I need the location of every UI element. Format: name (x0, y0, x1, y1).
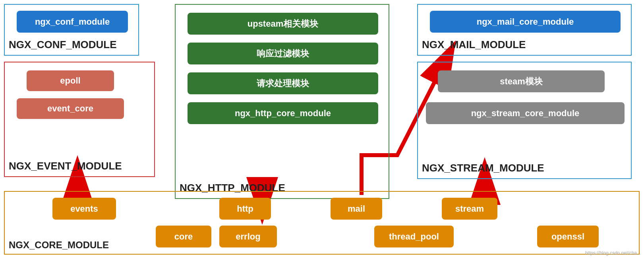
http-module-box: upsteam相关模块 响应过滤模块 请求处理模块 ngx_http_core_… (175, 4, 389, 199)
thread-pool-pill: thread_pool (374, 226, 454, 247)
events-label: events (70, 204, 98, 214)
event-type-label: NGX_EVENT_MODULE (9, 160, 122, 172)
stream-label: stream (455, 204, 484, 214)
errlog-pill: errlog (219, 226, 277, 247)
mail-core-label: ngx_mail_core_module (477, 17, 574, 27)
stream-core-label: ngx_stream_core_module (471, 108, 580, 119)
core-type-label: NGX_CORE_MODULE (9, 240, 109, 251)
event-module-box: epoll event_core NGX_EVENT_MODULE (4, 62, 155, 177)
stream-module-box: steam模块 ngx_stream_core_module NGX_STREA… (417, 62, 632, 179)
request-pill: 请求处理模块 (188, 72, 378, 94)
core-label: core (174, 232, 193, 242)
http-core-pill: ngx_http_core_module (188, 102, 378, 124)
mail-pill: mail (331, 198, 382, 220)
stream-core-pill: ngx_stream_core_module (426, 102, 625, 124)
filter-label: 响应过滤模块 (257, 48, 309, 60)
watermark: https://blog.csdn.net/cha... (585, 250, 641, 256)
event-core-label: event_core (47, 103, 93, 114)
mail-module-box: ngx_mail_core_module NGX_MAIL_MODULE (417, 4, 632, 56)
steam-module-label: steam模块 (500, 76, 543, 88)
filter-pill: 响应过滤模块 (188, 43, 378, 64)
http-core-label: ngx_http_core_module (235, 108, 331, 119)
upstream-pill: upsteam相关模块 (188, 13, 378, 35)
core-pill: core (156, 226, 211, 247)
request-label: 请求处理模块 (257, 78, 309, 90)
event-core-pill: event_core (17, 98, 124, 119)
conf-module-label: ngx_conf_module (35, 17, 110, 27)
epoll-pill: epoll (27, 70, 114, 91)
openssl-label: openssl (551, 232, 584, 242)
upstream-label: upsteam相关模块 (248, 18, 318, 30)
conf-type-label: NGX_CONF_MODULE (9, 39, 117, 51)
mail-label: mail (348, 204, 365, 214)
steam-module-pill: steam模块 (438, 70, 605, 92)
mail-core-pill: ngx_mail_core_module (430, 11, 621, 33)
conf-module-box: ngx_conf_module NGX_CONF_MODULE (4, 4, 139, 56)
http-pill: http (219, 198, 271, 220)
core-module-box: events core errlog http mail thread_pool… (4, 191, 640, 255)
conf-module-pill: ngx_conf_module (17, 11, 128, 33)
mail-type-label: NGX_MAIL_MODULE (422, 39, 526, 51)
stream-type-label: NGX_STREAM_MODULE (422, 162, 544, 174)
epoll-label: epoll (60, 76, 80, 86)
errlog-label: errlog (236, 232, 260, 242)
stream-pill: stream (442, 198, 497, 220)
events-pill: events (52, 198, 116, 220)
thread-pool-label: thread_pool (389, 232, 439, 242)
diagram-container: ngx_conf_module NGX_CONF_MODULE epoll ev… (0, 0, 644, 259)
http-label: http (237, 204, 253, 214)
openssl-pill: openssl (537, 226, 599, 247)
